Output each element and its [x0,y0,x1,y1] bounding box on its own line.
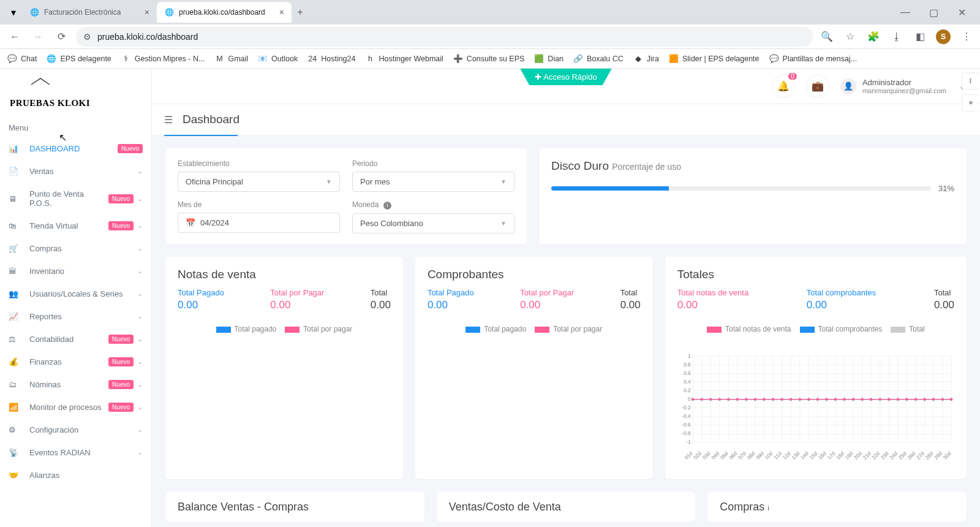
kebab-menu-icon[interactable]: ⋮ [959,29,974,44]
sidebar-item-punto-de-venta-p-o-s-[interactable]: 🖥Punto de Venta P.O.S.Nuevo⌄ [0,183,151,214]
sidebar-item-dashboard[interactable]: 📊DASHBOARDNuevo [0,137,151,160]
logo-text: PRUEBAS KLOKI [10,98,141,108]
sidebar-item-tienda-virtual[interactable]: 🛍Tienda VirtualNuevo⌄ [0,214,151,237]
bookmark-item[interactable]: 💬Plantillas de mensaj... [769,54,858,64]
establecimiento-select[interactable]: Oficina Principal▼ [178,172,340,192]
info-icon[interactable]: i [767,505,769,512]
reload-button[interactable]: ⟳ [53,28,70,45]
svg-text:07d: 07d [737,450,747,461]
bookmark-item[interactable]: 🟩Dian [534,54,564,64]
bookmark-label: Slider | EPS delagente [682,55,760,63]
card-title: Ventas/Costo de Venta [449,501,561,514]
svg-point-136 [905,398,908,401]
svg-point-125 [807,398,810,401]
bookmark-label: Chat [21,55,37,63]
back-button[interactable]: ← [6,28,23,45]
calendar-button[interactable]: 💼 [806,75,829,98]
svg-text:05d: 05d [719,450,729,461]
new-tab-button[interactable]: + [292,7,309,18]
plus-icon: ✚ [535,72,543,82]
mesde-input[interactable]: 📅 04/2024 [178,213,340,233]
info-icon[interactable]: i [383,202,391,210]
sidebar-item-configuraci-n[interactable]: ⚙Configuración⌄ [0,419,151,441]
total-pagado-value: 0.00 [428,299,474,311]
sidebar-item-contabilidad[interactable]: ⚖ContabilidadNuevo⌄ [0,328,151,351]
sidebar-icon: 📡 [9,448,22,457]
hamburger-icon[interactable]: ☰ [164,114,173,126]
forward-button[interactable]: → [29,28,47,45]
browser-tab-active[interactable]: 🌐 prueba.kloki.co/dashboard × [157,2,292,23]
page-title: Dashboard [183,113,239,126]
close-icon[interactable]: × [145,7,149,17]
legend-swatch-icon [707,327,722,333]
sidebar-item-eventos-radian[interactable]: 📡Eventos RADIAN⌄ [0,441,151,464]
nuevo-badge: Nuevo [108,403,134,412]
close-window-button[interactable]: ✕ [953,7,970,18]
svg-text:02d: 02d [692,450,703,461]
browser-tab-strip: ▾ 🌐 Facturación Electrónica × 🌐 prueba.k… [0,0,980,25]
sidebar-item-ventas[interactable]: 📄Ventas⌄ [0,160,151,183]
bookmark-item[interactable]: 🟧Slider | EPS delagente [669,54,760,64]
bookmark-item[interactable]: ⚕Gestion Mipres - N... [121,54,205,64]
downloads-icon[interactable]: ⭳ [889,29,904,44]
bookmark-item[interactable]: MGmail [214,54,248,64]
periodo-select[interactable]: Por mes▼ [352,172,514,192]
bookmark-item[interactable]: 24Hosting24 [307,54,355,64]
sidebar-item-label: Punto de Venta P.O.S. [29,189,108,208]
bookmark-item[interactable]: 🌐EPS delagente [47,54,111,64]
browser-tab[interactable]: 🌐 Facturación Electrónica × [22,2,157,23]
bookmark-item[interactable]: hHostinger Webmail [365,54,443,64]
svg-point-121 [772,398,774,401]
svg-point-134 [888,398,890,401]
sidebar-icon: ⚖ [9,335,22,344]
window-controls: ― ▢ ✕ [897,7,975,18]
sidebar-item-n-minas[interactable]: 🗂NóminasNuevo⌄ [0,373,151,396]
totales-card: Totales Total notas de venta 0.00 Total … [665,257,967,480]
bookmark-item[interactable]: 🔗Boxalu CC [573,54,624,64]
sidebar-item-reportes[interactable]: 📈Reportes⌄ [0,305,151,328]
minimize-button[interactable]: ― [897,7,914,18]
svg-text:04d: 04d [710,450,720,461]
moneda-select[interactable]: Peso Colombiano▼ [352,213,514,233]
sidebar-item-alianzas[interactable]: 🤝Alianzas [0,464,151,487]
sidebar-icon: 👥 [9,289,22,298]
sidebar-item-inventario[interactable]: 🏛Inventario⌄ [0,260,151,282]
close-icon[interactable]: × [279,7,284,17]
browser-toolbar: ← → ⟳ ⚙ prueba.kloki.co/dashboard 🔍 ☆ 🧩 … [0,25,980,49]
site-settings-icon[interactable]: ⚙ [83,32,91,42]
disk-progress-bar [551,186,931,191]
address-bar[interactable]: ⚙ prueba.kloki.co/dashboard [76,27,813,47]
bookmark-item[interactable]: 💬Chat [7,54,37,64]
bookmark-item[interactable]: ◆Jira [633,54,659,64]
zoom-icon[interactable]: 🔍 [820,29,834,44]
bookmark-label: Jira [647,55,659,63]
bookmark-label: Gmail [228,55,248,63]
svg-text:03d: 03d [701,450,711,461]
info-button[interactable]: i [962,72,979,89]
notifications-button[interactable]: 🔔 0 [772,75,795,98]
user-menu[interactable]: 👤 Administrador marxmarquinez@gmail.com … [840,78,967,94]
quick-access-button[interactable]: ✚ Acceso Rápido [520,69,611,85]
sidebar-item-monitor-de-procesos[interactable]: 📶Monitor de procesosNuevo⌄ [0,396,151,419]
svg-point-114 [709,398,712,401]
maximize-button[interactable]: ▢ [925,7,942,18]
profile-avatar[interactable]: S [936,29,951,44]
bookmark-item[interactable]: 📧Outlook [258,54,298,64]
settings-util-button[interactable]: ✶ [962,94,979,112]
sidepanel-icon[interactable]: ◧ [913,29,927,44]
sidebar-item-compras[interactable]: 🛒Compras⌄ [0,237,151,260]
bookmark-item[interactable]: ➕Consulte su EPS [453,54,525,64]
tabs-dropdown-button[interactable]: ▾ [5,4,22,21]
bookmark-star-icon[interactable]: ☆ [843,29,858,44]
notas-venta-card: Notas de venta Total Pagado 0.00 Total p… [165,257,403,480]
svg-point-141 [950,398,952,401]
sidebar-item-label: Ventas [29,167,54,176]
extensions-icon[interactable]: 🧩 [866,29,881,44]
totales-line-chart: 10.80.60.40.20-0.2-0.4-0.6-0.8-101d02d03… [677,343,954,468]
sidebar-item-label: Alianzas [29,471,59,480]
sidebar-item-usuarios-locales-series[interactable]: 👥Usuarios/Locales & Series⌄ [0,282,151,305]
calendar-icon: 📅 [186,218,195,227]
sidebar-icon: 🖥 [9,194,22,203]
chevron-down-icon: ▼ [500,178,507,185]
sidebar-item-finanzas[interactable]: 💰FinanzasNuevo⌄ [0,351,151,373]
